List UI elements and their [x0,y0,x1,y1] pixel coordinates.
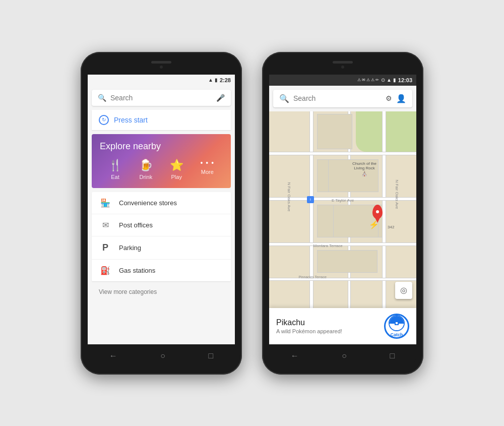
list-item-convenience[interactable]: 🏪 Convenience stores [92,192,231,214]
play-label: Play [171,174,181,180]
gasstation-icon: ⛽ [99,266,112,275]
press-start-bar[interactable]: ↻ Press start [92,110,231,130]
pikachu-sprite: ⚡ [369,220,379,229]
mic-icon[interactable]: 🎤 [216,94,225,102]
recents-button[interactable]: □ [209,351,214,360]
pin-body [372,205,383,219]
home-button-2[interactable]: ○ [342,351,347,360]
search-icon: 🔍 [98,94,106,102]
convenience-label: Convenience stores [119,199,177,207]
address-342: 342 [388,225,394,229]
search-input-1[interactable] [110,94,212,102]
more-icon: • • • [201,159,214,167]
profile-icon[interactable]: 👤 [396,94,406,103]
filter-icon[interactable]: ⚙ [386,94,392,102]
category-drink[interactable]: 🍺 Drink [139,159,153,180]
alert-3: ⚠ [366,78,370,82]
eat-label: Eat [111,174,119,180]
road-h3 [269,242,416,246]
wifi-icon: ▲ [208,77,213,83]
explore-card: Explore nearby 🍴 Eat 🍺 Drink ⭐ Play • • … [92,134,231,188]
more-label: More [201,169,214,175]
pin-dot [376,210,379,213]
bottom-nav-1: ← ○ □ [88,344,235,368]
block-6 [317,250,377,273]
category-more[interactable]: • • • More [201,159,214,180]
camera [160,66,163,69]
speaker-2 [333,61,353,64]
status-icons-2: ⊙ ▲ ▮ [381,77,396,83]
list-item-parking[interactable]: P Parking [92,236,231,260]
pokemon-subtitle: A wild Pokémon appeared! [276,328,342,334]
recents-button-2[interactable]: □ [390,351,395,360]
alert-4: ⚠ [371,78,374,82]
block-7 [317,114,352,149]
camera-2 [341,66,344,69]
status-icons: ▲ ▮ [208,77,218,83]
press-start-label: Press start [114,116,148,124]
search-bar-1[interactable]: 🔍 🎤 [92,90,231,106]
play-icon: ⭐ [170,159,183,172]
road-h4 [269,278,416,281]
map-park [356,111,416,152]
pokeball [389,315,405,331]
alert-icons: ⚠ ✉ ⚠ ⚠ ✏ [357,78,379,82]
catch-label: Catch [390,332,403,337]
drink-icon: 🍺 [139,159,153,172]
status-bar-2: ⚠ ✉ ⚠ ⚠ ✏ ⊙ ▲ ▮ 12:03 [269,75,416,86]
gasstation-label: Gas stations [119,267,155,274]
explore-categories: 🍴 Eat 🍺 Drink ⭐ Play • • • More [100,159,223,180]
back-button[interactable]: ← [109,351,117,360]
pokeball-center [395,321,399,325]
map-marker-blue: i [307,196,314,203]
screen-2: 🔍 ⚙ 👤 [269,86,416,344]
view-more[interactable]: View more categories [92,283,231,300]
convenience-icon: 🏪 [99,198,112,208]
pokemon-card[interactable]: Pikachu A wild Pokémon appeared! Catch [269,308,416,344]
phone-2: ⚠ ✉ ⚠ ⚠ ✏ ⊙ ▲ ▮ 12:03 🔍 ⚙ 👤 [262,52,423,375]
status-time: 2:28 [220,77,231,83]
target-icon: ⊙ [381,77,385,83]
screen-1: 🔍 🎤 ↻ Press start Explore nearby 🍴 Eat 🍺… [88,86,235,344]
parking-label: Parking [119,244,141,252]
status-bar: ▲ ▮ 2:28 [88,75,235,86]
postoffice-icon: ✉ [99,220,112,230]
church-label: Church of theLiving Rock ⛪ [350,159,379,179]
phone-top-2 [269,61,416,72]
category-eat[interactable]: 🍴 Eat [108,159,122,180]
search-icon-2: 🔍 [279,94,289,103]
list-item-gasstations[interactable]: ⛽ Gas stations [92,260,231,281]
road-label-5: Pinnacles Terrace [298,275,327,279]
alert-1: ⚠ [357,78,361,82]
road-label-2: N Fair Oaks Ave [287,182,291,211]
road-h1 [269,152,416,155]
alert-2: ✉ [362,78,365,82]
postoffice-label: Post offices [119,221,153,229]
back-button-2[interactable]: ← [291,351,299,360]
drink-label: Drink [139,174,152,180]
road-label-4: Montara Terrace [313,244,343,248]
phone-top [88,61,235,72]
map-search-bar[interactable]: 🔍 ⚙ 👤 [273,90,412,107]
map-view[interactable]: Church of theLiving Rock ⛪ N Fair Oaks A… [269,111,416,344]
explore-title: Explore nearby [100,141,223,152]
speaker [151,61,171,64]
bottom-nav-2: ← ○ □ [269,344,416,368]
eat-icon: 🍴 [108,159,122,172]
catch-button[interactable]: Catch [384,314,409,339]
status-time-2: 12:03 [398,77,412,83]
map-pin [372,205,383,219]
battery-icon-2: ▮ [393,77,396,83]
wifi-icon-2: ▲ [387,77,392,83]
pokemon-info: Pikachu A wild Pokémon appeared! [276,318,342,334]
location-button[interactable]: ◎ [395,282,412,299]
category-play[interactable]: ⭐ Play [170,159,183,180]
search-input-2[interactable] [293,94,382,102]
home-button[interactable]: ○ [160,351,165,360]
road-label-1: N Fair Oaks Ave [394,179,399,209]
phone-1: ▲ ▮ 2:28 🔍 🎤 ↻ Press start Explore nearb… [81,52,242,375]
alert-5: ✏ [375,78,379,82]
signal-icon: ▮ [215,77,218,83]
parking-icon: P [99,242,112,253]
list-item-postoffices[interactable]: ✉ Post offices [92,214,231,236]
